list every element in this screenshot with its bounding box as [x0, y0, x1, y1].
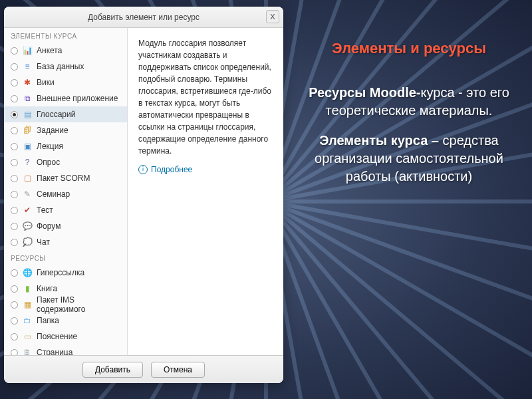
element-icon: ✎ [22, 189, 33, 200]
radio-icon [11, 223, 18, 230]
element-label: Анкета [37, 46, 62, 55]
add-element-dialog: Добавить элемент или ресурс X ЭЛЕМЕНТЫ К… [4, 7, 283, 383]
add-button[interactable]: Добавить [82, 362, 143, 378]
resource-icon: 🗀 [22, 315, 33, 326]
radio-icon [11, 285, 18, 293]
element-label: Семинар [37, 190, 70, 199]
resource-item[interactable]: 🌐Гиперссылка [4, 265, 127, 281]
elements-list: 📊Анкета≡База данных✱Вики⧉Внешнее приложе… [4, 43, 127, 250]
resource-icon: ▮ [22, 283, 33, 294]
element-label: Пакет SCORM [37, 174, 90, 183]
resource-item[interactable]: 🗎Страница [4, 344, 127, 355]
resource-label: Гиперссылка [37, 268, 84, 277]
element-icon: 📊 [22, 45, 33, 56]
element-label: Внешнее приложение [37, 94, 118, 103]
resource-icon: 🗎 [22, 347, 33, 355]
element-item[interactable]: 🗐Задание [4, 122, 127, 138]
resource-item[interactable]: ▮Книга [4, 281, 127, 297]
resources-section-title: РЕСУРСЫ [4, 250, 127, 265]
info-p2-bold: Элементы курса – [319, 133, 442, 148]
radio-icon [11, 143, 18, 150]
radio-icon [11, 79, 18, 86]
element-label: База данных [37, 62, 84, 71]
radio-icon [11, 63, 18, 70]
more-link[interactable]: i Подробнее [138, 164, 273, 176]
dialog-title: Добавить элемент или ресурс [88, 13, 200, 22]
element-icon: ⧉ [22, 93, 33, 104]
element-icon: ✔ [22, 205, 33, 215]
slide-info-panel: Элементы и ресурсы Ресурсы Moodle-курса … [306, 40, 512, 198]
element-label: Чат [37, 237, 50, 247]
resource-label: Книга [37, 284, 57, 293]
radio-icon [11, 95, 18, 102]
element-item[interactable]: ▢Пакет SCORM [4, 170, 127, 186]
element-item[interactable]: ⧉Внешнее приложение [4, 90, 127, 106]
close-button[interactable]: X [266, 10, 279, 23]
element-icon: ▣ [22, 141, 33, 152]
element-item[interactable]: ▤Глоссарий [4, 106, 127, 122]
resource-item[interactable]: 🗀Папка [4, 313, 127, 329]
element-icon: 💭 [22, 237, 33, 247]
radio-icon [11, 239, 18, 246]
radio-icon [11, 333, 18, 340]
element-label: Форум [37, 221, 61, 231]
dialog-header: Добавить элемент или ресурс X [4, 7, 283, 28]
info-paragraph-2: Элементы курса – средства организации са… [306, 132, 512, 186]
resource-item[interactable]: ▭Пояснение [4, 329, 127, 344]
info-title: Элементы и ресурсы [306, 40, 512, 57]
element-label: Лекция [37, 142, 63, 151]
info-paragraph-1: Ресурсы Moodle-курса - это его теоретиче… [306, 84, 512, 120]
element-label: Глоссарий [37, 110, 75, 119]
resource-label: Папка [37, 316, 59, 325]
element-icon: ▤ [22, 109, 33, 120]
resource-icon: 🌐 [22, 267, 33, 278]
element-icon: 💬 [22, 221, 33, 231]
element-icon: ? [22, 157, 33, 168]
element-item[interactable]: ✎Семинар [4, 186, 127, 202]
radio-icon [11, 127, 18, 134]
dialog-right-panel: Модуль глоссария позволяет участникам со… [128, 28, 283, 355]
element-icon: ✱ [22, 77, 33, 88]
radio-icon [11, 159, 18, 166]
element-item[interactable]: 📊Анкета [4, 43, 127, 59]
elements-section-title: ЭЛЕМЕНТЫ КУРСА [4, 28, 127, 43]
resource-item[interactable]: ▦Пакет IMS содержимого [4, 297, 127, 313]
cancel-button[interactable]: Отмена [151, 362, 205, 378]
radio-icon [11, 111, 18, 118]
resources-list: 🌐Гиперссылка▮Книга▦Пакет IMS содержимого… [4, 265, 127, 355]
element-label: Тест [37, 205, 53, 215]
element-label: Вики [37, 78, 55, 87]
resource-label: Страница [37, 348, 72, 355]
close-icon: X [270, 13, 275, 21]
element-item[interactable]: 💬Форум [4, 218, 127, 234]
dialog-left-panel: ЭЛЕМЕНТЫ КУРСА 📊Анкета≡База данных✱Вики⧉… [4, 28, 128, 355]
element-item[interactable]: ✔Тест [4, 202, 127, 218]
element-item[interactable]: ≡База данных [4, 59, 127, 74]
info-icon: i [138, 165, 148, 174]
element-label: Задание [37, 126, 68, 135]
radio-icon [11, 175, 18, 182]
element-item[interactable]: ▣Лекция [4, 138, 127, 154]
resource-icon: ▦ [22, 299, 33, 310]
info-p1-bold: Ресурсы Moodle- [309, 85, 420, 100]
element-label: Опрос [37, 158, 60, 167]
more-label: Подробнее [151, 164, 192, 176]
radio-icon [11, 317, 18, 325]
radio-icon [11, 207, 18, 214]
radio-icon [11, 349, 18, 356]
radio-icon [11, 47, 18, 55]
radio-icon [11, 301, 18, 309]
radio-icon [11, 191, 18, 198]
element-icon: ≡ [22, 61, 33, 72]
element-icon: ▢ [22, 173, 33, 184]
resource-label: Пакет IMS содержимого [37, 295, 122, 314]
dialog-body: ЭЛЕМЕНТЫ КУРСА 📊Анкета≡База данных✱Вики⧉… [4, 28, 283, 355]
element-item[interactable]: ✱Вики [4, 74, 127, 90]
element-icon: 🗐 [22, 125, 33, 136]
resource-label: Пояснение [37, 332, 77, 341]
element-item[interactable]: ?Опрос [4, 154, 127, 170]
resource-icon: ▭ [22, 331, 33, 342]
radio-icon [11, 269, 18, 277]
element-item[interactable]: 💭Чат [4, 234, 127, 250]
description-text: Модуль глоссария позволяет участникам со… [138, 37, 273, 157]
